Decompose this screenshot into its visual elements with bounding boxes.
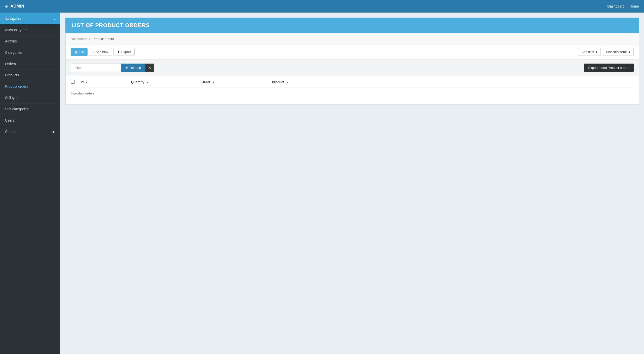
refresh-button[interactable]: ↻ Refresh	[121, 64, 145, 72]
order-sort-icon: ▲	[212, 81, 215, 84]
sidebar: Navigation ⌄ Account types Admins Catego…	[0, 13, 60, 354]
clear-filter-button[interactable]: ✕	[145, 64, 154, 72]
export-icon: ⬆	[117, 50, 120, 54]
list-icon: ▦	[74, 50, 77, 54]
sidebar-item-orders[interactable]: Orders	[0, 58, 60, 70]
header-order-col[interactable]: Order ▲	[202, 80, 272, 84]
sidebar-item-content[interactable]: Content ▶	[0, 126, 60, 137]
top-header: ✈ ADMIN Dashboard Home	[0, 0, 644, 13]
breadcrumb-current: Product orders	[92, 37, 114, 41]
list-button[interactable]: ▦ List	[71, 48, 88, 56]
export-button[interactable]: ⬆ Export	[113, 48, 135, 56]
content-arrow-icon: ▶	[53, 130, 55, 134]
data-table: Id ▲ Quantity ▲ Order ▲ Product ▲	[66, 76, 639, 104]
breadcrumb-root[interactable]: Dashboard	[71, 37, 87, 41]
home-link[interactable]: Home	[630, 4, 639, 8]
selected-items-button[interactable]: Selected items ▾	[603, 48, 634, 56]
toolbar: ▦ List + Add new ⬆ Export Add filter ▾	[66, 44, 639, 60]
brand-icon: ✈	[5, 4, 9, 9]
select-all-checkbox[interactable]	[71, 80, 75, 84]
sidebar-item-sub-categories[interactable]: Sub categories	[0, 104, 60, 115]
content-card: Dashboard / Product orders ▦ List + Add …	[65, 33, 639, 105]
dashboard-link[interactable]: Dashboard	[607, 4, 625, 8]
selected-items-chevron-icon: ▾	[629, 50, 630, 54]
sidebar-item-categories[interactable]: Categories	[0, 47, 60, 58]
sidebar-nav-chevron-icon: ⌄	[53, 16, 56, 21]
sidebar-item-users[interactable]: Users	[0, 115, 60, 126]
page-title: LIST OF PRODUCT ORDERS	[65, 18, 639, 33]
header-id-col[interactable]: Id ▲	[81, 80, 131, 84]
sidebar-item-products[interactable]: Products	[0, 70, 60, 81]
top-nav: Dashboard Home	[607, 4, 639, 8]
filter-input[interactable]	[71, 64, 121, 72]
add-filter-button[interactable]: Add filter ▾	[578, 48, 600, 56]
clear-icon: ✕	[148, 66, 151, 70]
breadcrumb-separator: /	[89, 37, 90, 41]
add-filter-chevron-icon: ▾	[596, 50, 597, 54]
header-checkbox-col	[71, 80, 81, 84]
layout: Navigation ⌄ Account types Admins Catego…	[0, 13, 644, 354]
sidebar-item-account-types[interactable]: Account types	[0, 24, 60, 36]
sidebar-nav-header[interactable]: Navigation ⌄	[0, 13, 60, 24]
export-found-button[interactable]: Export found Product orders	[584, 64, 634, 72]
add-new-button[interactable]: + Add new	[89, 48, 112, 56]
empty-message: 0 product orders	[71, 87, 634, 99]
table-header: Id ▲ Quantity ▲ Order ▲ Product ▲	[71, 76, 634, 87]
sidebar-item-admins[interactable]: Admins	[0, 36, 60, 47]
main-content: LIST OF PRODUCT ORDERS Dashboard / Produ…	[60, 13, 644, 354]
header-product-col[interactable]: Product ▲	[272, 80, 634, 84]
toolbar-right: Add filter ▾ Selected items ▾	[578, 48, 634, 56]
product-sort-icon: ▲	[286, 81, 289, 84]
sidebar-item-product-orders[interactable]: Product orders	[0, 81, 60, 92]
breadcrumb: Dashboard / Product orders	[66, 33, 639, 44]
id-sort-icon: ▲	[85, 81, 88, 84]
filter-bar: ↻ Refresh ✕ Export found Product orders	[66, 60, 639, 76]
quantity-sort-icon: ▲	[146, 81, 149, 84]
brand: ✈ ADMIN	[5, 4, 24, 9]
refresh-icon: ↻	[125, 66, 128, 70]
header-quantity-col[interactable]: Quantity ▲	[131, 80, 202, 84]
sidebar-item-sell-types[interactable]: Sell types	[0, 92, 60, 104]
sidebar-nav-label: Navigation	[5, 16, 22, 21]
brand-label: ADMIN	[11, 4, 24, 9]
